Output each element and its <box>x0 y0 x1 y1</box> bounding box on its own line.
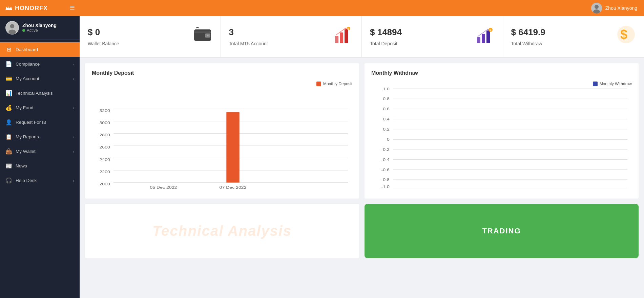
sidebar-item-help-desk[interactable]: 🎧 Help Desk › <box>0 173 80 188</box>
sidebar-item-request-for-ib[interactable]: 👤 Request For IB <box>0 115 80 130</box>
user-info: Zhou Xianyong Active <box>22 23 57 33</box>
bottom-grid: Technical Analysis TRADING <box>85 204 639 258</box>
legend-label-deposit: Monthly Deposit <box>323 82 352 86</box>
svg-text:3000: 3000 <box>99 120 110 125</box>
legend-box-withdraw <box>593 82 598 86</box>
sidebar-item-label: Dashboard <box>16 47 38 52</box>
chart-area-deposit: Monthly Deposit 2000 2200 2400 2600 2800… <box>92 82 352 190</box>
my-fund-icon: 💰 <box>5 105 12 111</box>
sidebar-item-label: Technical Analysis <box>16 91 53 96</box>
main-header: Zhou Xianyong <box>80 0 644 16</box>
top-bar: HONORFX ☰ <box>0 0 80 16</box>
sidebar-item-dashboard[interactable]: ⊞ Dashboard <box>0 42 80 57</box>
svg-point-5 <box>595 5 599 9</box>
sidebar-item-my-wallet[interactable]: 👜 My Wallet › <box>0 144 80 159</box>
logo-text: HONORFX <box>15 5 48 12</box>
status-dot <box>22 29 25 32</box>
svg-rect-18 <box>482 34 485 43</box>
svg-text:2200: 2200 <box>99 169 110 174</box>
withdraw-chart-svg: 1.0 0.8 0.6 0.4 0.2 0 -0.2 -0.4 -0.6 -0.… <box>371 82 632 190</box>
my-wallet-icon: 👜 <box>5 148 12 155</box>
wallet-balance-value: $ 0 <box>88 27 119 38</box>
bottom-section: Technical Analysis TRADING <box>80 204 644 263</box>
sidebar-item-label: My Wallet <box>16 149 36 154</box>
hamburger-icon[interactable]: ☰ <box>69 4 75 12</box>
chevron-right-icon: › <box>73 150 74 154</box>
stat-card-total-deposit: $ 14894 Total Deposit $ <box>362 16 503 57</box>
sidebar-item-my-fund[interactable]: 💰 My Fund › <box>0 100 80 115</box>
chart-legend-withdraw: Monthly Withdraw <box>593 82 632 86</box>
stat-info: $ 6419.9 Total Withdraw <box>511 27 545 46</box>
total-mt5-label: Total MT5 Account <box>229 41 268 46</box>
compliance-icon: 📄 <box>5 61 12 67</box>
chevron-right-icon: › <box>73 62 74 66</box>
sidebar-item-label: My Fund <box>16 105 34 110</box>
svg-text:07 Dec 2022: 07 Dec 2022 <box>220 185 247 190</box>
user-status: Active <box>22 28 57 33</box>
svg-text:2400: 2400 <box>99 157 110 162</box>
monthly-withdraw-title: Monthly Withdraw <box>371 70 632 76</box>
svg-rect-19 <box>486 30 490 43</box>
stats-row: $ 0 Wallet Balance 3 Total MT5 Account <box>80 16 644 58</box>
svg-rect-17 <box>477 37 480 43</box>
svg-text:0.2: 0.2 <box>383 127 390 132</box>
total-mt5-value: 3 <box>229 27 268 38</box>
username: Zhou Xianyong <box>22 23 57 28</box>
main-content: Zhou Xianyong $ 0 Wallet Balance <box>80 0 644 298</box>
chevron-right-icon: › <box>73 106 74 110</box>
svg-text:0.8: 0.8 <box>383 97 390 101</box>
svg-text:$: $ <box>490 29 491 32</box>
nav-menu: ⊞ Dashboard 📄 Compliance › 💳 My Account … <box>0 40 80 298</box>
dashboard-icon: ⊞ <box>5 46 12 53</box>
svg-point-10 <box>207 35 208 37</box>
technical-analysis-watermark: Technical Analysis <box>152 223 292 239</box>
total-withdraw-label: Total Withdraw <box>511 41 545 46</box>
bar-chart-svg: 2000 2200 2400 2600 2800 3000 3200 <box>92 82 352 190</box>
stat-card-total-withdraw: $ 6419.9 Total Withdraw $ <box>503 16 644 57</box>
wallet-balance-label: Wallet Balance <box>88 41 119 46</box>
chevron-right-icon: › <box>73 77 74 81</box>
svg-text:-1.0: -1.0 <box>381 184 390 189</box>
svg-rect-11 <box>335 36 338 43</box>
sidebar-item-label: News <box>16 163 27 168</box>
header-username: Zhou Xianyong <box>605 5 637 11</box>
svg-text:-0.4: -0.4 <box>381 157 390 162</box>
my-account-icon: 💳 <box>5 75 12 82</box>
svg-text:0.6: 0.6 <box>383 107 390 111</box>
stat-info: 3 Total MT5 Account <box>229 27 268 46</box>
my-reports-icon: 📋 <box>5 134 12 140</box>
svg-text:$: $ <box>620 27 627 42</box>
sidebar-item-compliance[interactable]: 📄 Compliance › <box>0 57 80 71</box>
sidebar-item-technical-analysis[interactable]: 📊 Technical Analysis <box>0 86 80 100</box>
stat-info: $ 0 Wallet Balance <box>88 27 119 46</box>
news-icon: 📰 <box>5 163 12 169</box>
sidebar-item-news[interactable]: 📰 News <box>0 159 80 173</box>
stat-card-total-mt5: 3 Total MT5 Account $ <box>221 16 362 57</box>
legend-label-withdraw: Monthly Withdraw <box>600 82 632 86</box>
monthly-deposit-title: Monthly Deposit <box>92 70 352 76</box>
sidebar-item-label: Request For IB <box>16 120 46 125</box>
chevron-right-icon: › <box>73 179 74 183</box>
svg-marker-0 <box>5 6 12 10</box>
user-profile: Zhou Xianyong Active <box>0 16 80 40</box>
trading-label: TRADING <box>482 227 521 235</box>
sidebar: HONORFX ☰ Zhou Xianyong Active ⊞ Dashboa… <box>0 0 80 298</box>
legend-box-deposit <box>316 82 321 86</box>
sidebar-item-my-reports[interactable]: 📋 My Reports › <box>0 130 80 144</box>
total-deposit-value: $ 14894 <box>370 27 402 38</box>
svg-text:3200: 3200 <box>99 108 110 113</box>
charts-row: Monthly Deposit Monthly Deposit 2000 220… <box>80 58 644 204</box>
sidebar-item-label: My Account <box>16 76 39 81</box>
sidebar-item-label: My Reports <box>16 134 39 139</box>
avatar <box>5 21 19 35</box>
svg-text:2600: 2600 <box>99 145 110 150</box>
svg-text:-0.2: -0.2 <box>381 147 390 152</box>
svg-text:-0.8: -0.8 <box>381 178 390 182</box>
technical-analysis-teaser: Technical Analysis <box>85 204 359 258</box>
stat-info: $ 14894 Total Deposit <box>370 27 402 46</box>
sidebar-item-my-account[interactable]: 💳 My Account › <box>0 71 80 86</box>
wallet-icon <box>193 25 212 48</box>
trading-card[interactable]: TRADING <box>365 204 639 258</box>
monthly-withdraw-chart: Monthly Withdraw Monthly Withdraw 1.0 0.… <box>365 63 639 199</box>
sidebar-item-label: Help Desk <box>16 178 37 183</box>
